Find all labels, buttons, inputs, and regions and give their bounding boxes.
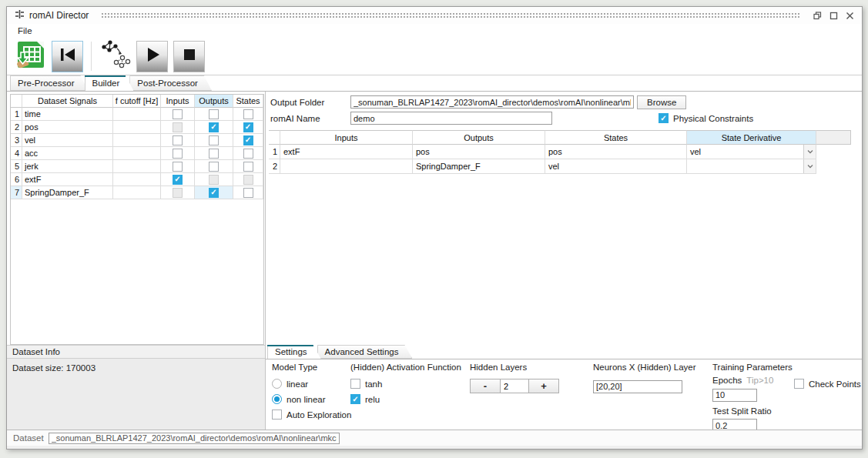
restore-icon[interactable] [812,10,823,21]
states-checkbox[interactable] [243,122,253,132]
fcutoff-cell[interactable] [113,121,161,134]
chevron-down-icon[interactable] [803,159,816,173]
signal-name[interactable]: extF [22,173,113,186]
dataset-path-input[interactable] [49,433,340,444]
signal-name[interactable]: jerk [22,160,113,173]
col-io-outputs[interactable]: Outputs [413,130,545,145]
settings-tabbar: Settings Advanced Settings [266,345,862,359]
tab-settings[interactable]: Settings [267,345,321,359]
browse-button[interactable]: Browse [637,95,686,109]
activation-group: (Hidden) Activation Function tanh relu [350,363,470,430]
signal-name[interactable]: pos [22,121,113,134]
col-io-states[interactable]: States [545,130,687,145]
right-panel-empty-area [266,174,862,345]
import-dataset-button[interactable] [15,41,46,72]
fcutoff-cell[interactable] [113,147,161,160]
hidden-layers-stepper: - 2 + [470,379,559,393]
nonlinear-radio[interactable] [272,394,282,404]
col-io-inputs[interactable]: Inputs [280,130,413,145]
toolbar [7,38,862,75]
states-checkbox[interactable] [243,162,253,172]
settings-panel: Model Type linear non linear Auto Explor… [266,359,862,430]
io-states-cell[interactable]: vel [545,159,687,174]
inputs-checkbox[interactable] [173,122,183,132]
network-build-button[interactable] [99,41,131,72]
outputs-checkbox[interactable] [209,188,219,198]
inputs-checkbox[interactable] [173,109,183,119]
io-inputs-cell[interactable]: extF [280,145,413,159]
skip-to-start-button[interactable] [52,41,83,72]
tab-post-processor[interactable]: Post-Processor [129,75,212,91]
signal-name[interactable]: SpringDamper_F [22,186,113,199]
inputs-checkbox[interactable] [173,162,183,172]
col-state-derivative[interactable]: State Derivative [687,130,816,145]
tanh-checkbox[interactable] [350,379,360,389]
io-states-cell[interactable]: pos [545,145,687,159]
inputs-checkbox[interactable] [173,135,183,145]
fcutoff-cell[interactable] [113,108,161,121]
outputs-checkbox[interactable] [209,149,219,159]
outputs-checkbox[interactable] [209,109,219,119]
outputs-checkbox[interactable] [209,122,219,132]
plus-button[interactable]: + [529,379,558,393]
app-window: romAI Director File [6,6,863,450]
fcutoff-cell[interactable] [113,134,161,147]
corner-header-cell[interactable] [11,95,22,108]
check-points-checkbox[interactable] [794,379,804,389]
inputs-checkbox[interactable] [173,149,183,159]
stop-button[interactable] [173,41,205,72]
io-outputs-cell[interactable]: pos [413,145,545,159]
output-folder-input[interactable] [350,95,634,109]
header-filler [816,130,851,145]
col-dataset-signals[interactable]: Dataset Signals [22,95,113,108]
table-row: 3 vel [11,134,263,147]
state-derivative-combobox[interactable]: vel [687,145,816,159]
signal-name[interactable]: acc [22,147,113,160]
relu-checkbox[interactable] [350,394,360,404]
chevron-down-icon[interactable] [803,145,816,159]
signal-name[interactable]: time [22,108,113,121]
col-outputs[interactable]: Outputs [195,95,233,108]
states-checkbox[interactable] [243,135,253,145]
romai-name-input[interactable] [350,112,552,125]
states-checkbox[interactable] [243,188,253,198]
inputs-checkbox[interactable] [173,188,183,198]
inputs-checkbox[interactable] [173,175,183,185]
tanh-label: tanh [365,379,382,389]
auto-exploration-checkbox[interactable] [272,410,282,420]
linear-radio[interactable] [272,379,282,389]
model-type-group: Model Type linear non linear Auto Explor… [266,363,350,430]
states-checkbox[interactable] [243,175,253,185]
fcutoff-cell[interactable] [113,173,161,186]
tab-advanced-settings[interactable]: Advanced Settings [317,345,413,359]
states-checkbox[interactable] [243,109,253,119]
menu-file[interactable]: File [15,25,35,36]
io-outputs-cell[interactable]: SpringDamper_F [413,159,545,174]
state-derivative-combobox[interactable] [687,159,816,173]
hidden-layers-value[interactable]: 2 [500,379,529,393]
signal-name[interactable]: vel [22,134,113,147]
neurons-input[interactable] [593,380,682,393]
maximize-icon[interactable] [828,10,840,21]
io-inputs-cell[interactable] [280,159,413,174]
col-inputs[interactable]: Inputs [161,95,195,108]
fcutoff-cell[interactable] [113,186,161,199]
nonlinear-label: non linear [287,395,326,404]
run-training-button[interactable] [136,41,168,72]
check-points-group: Check Points [794,363,861,430]
tab-builder[interactable]: Builder [85,75,134,91]
outputs-checkbox[interactable] [209,135,219,145]
physical-constraints-label: Physical Constraints [673,114,753,123]
close-icon[interactable] [844,10,856,21]
minus-button[interactable]: - [471,379,500,393]
outputs-checkbox[interactable] [209,162,219,172]
physical-constraints-checkbox[interactable] [659,113,669,123]
corner-header-cell[interactable] [269,130,280,145]
epochs-input[interactable] [712,389,757,402]
states-checkbox[interactable] [243,149,253,159]
tab-pre-processor[interactable]: Pre-Processor [10,75,89,91]
fcutoff-cell[interactable] [113,160,161,173]
col-states[interactable]: States [233,95,263,108]
col-fcutoff[interactable]: f cutoff [Hz] [113,95,161,108]
outputs-checkbox[interactable] [209,175,219,185]
